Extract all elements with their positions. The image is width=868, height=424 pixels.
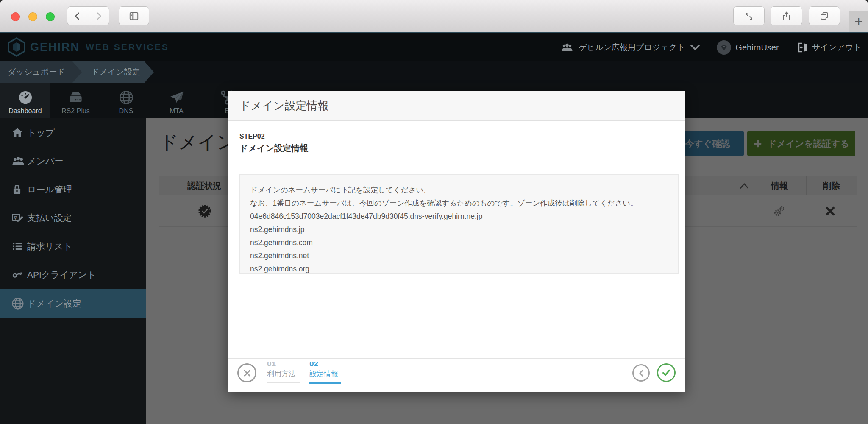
gauge-icon [17,89,33,106]
signout-button[interactable]: サインアウト [790,33,868,61]
modal-confirm-button[interactable] [657,363,676,382]
sidebar-item-domain-settings[interactable]: ドメイン設定 [0,289,146,318]
check-icon [662,368,671,377]
window-zoom-button[interactable] [46,12,55,21]
wizard-step-1[interactable]: 01 利用方法 [267,362,300,383]
avatar [717,40,731,55]
globe-icon [11,297,25,310]
tabs-icon [819,11,829,21]
sidebar-item-label: APIクライアント [27,269,96,281]
modal-header: ドメイン設定情報 [228,91,685,121]
app-header: GEHIRN WEB SERVICES ゲヒルン広報用プロジェクト Gehirn… [0,33,868,61]
close-x-icon [243,369,251,377]
svg-text:¥: ¥ [14,216,17,220]
sidebar-item-label: ロール管理 [27,184,72,195]
project-name: ゲヒルン広報用プロジェクト [579,42,685,53]
chevron-down-icon [690,45,700,50]
nav-button-group [67,6,109,25]
plus-icon: + [854,13,863,30]
breadcrumb-label: ドメイン設定 [91,67,140,78]
members-icon [11,156,25,167]
gehirn-hexagon-logo-icon [7,37,26,57]
brand-name: GEHIRN [30,41,80,54]
modal-close-button[interactable] [237,363,256,382]
signout-label: サインアウト [812,42,862,53]
step-label: 設定情報 [309,369,341,379]
brand-suffix: WEB SERVICES [86,42,169,52]
step-underline [309,382,341,384]
signout-icon [798,42,808,53]
chevron-right-icon [94,11,103,21]
lock-icon [11,183,25,196]
service-tab-mta[interactable]: MTA [151,83,202,118]
project-switcher[interactable]: ゲヒルン広報用プロジェクト [555,33,705,61]
sidebar-item-label: トップ [27,127,54,139]
service-label: MTA [170,107,184,115]
user-menu[interactable]: GehirnUser [705,33,790,61]
modal-step-title: ドメイン設定情報 [239,142,308,154]
sidebar: トップ メンバー ロール管理 ¥ 支払い設定 請求リスト [0,118,146,424]
step-label: 利用方法 [267,369,300,379]
sidebar-toggle-button[interactable] [119,6,149,25]
domain-settings-modal: ドメイン設定情報 STEP02 ドメイン設定情報 ドメインのネームサーバに下記を… [228,91,685,392]
modal-step-label: STEP02 [239,133,265,140]
chevron-left-icon [638,369,645,377]
user-name: GehirnUser [735,43,779,53]
window-minimize-button[interactable] [28,12,37,21]
back-button[interactable] [67,6,88,25]
step-number: 02 [309,362,341,368]
brand-logo[interactable]: GEHIRN WEB SERVICES [7,37,169,57]
modal-back-button[interactable] [632,364,650,382]
sidebar-item-label: メンバー [27,155,63,167]
breadcrumb-item-domain-settings[interactable]: ドメイン設定 [72,61,154,83]
modal-title: ドメイン設定情報 [239,91,328,120]
globe-icon [118,89,134,106]
new-tab-button[interactable]: + [849,11,868,32]
share-icon [782,11,792,21]
modal-footer: 01 利用方法 02 設定情報 [228,358,685,392]
sidebar-item-top[interactable]: トップ [0,119,146,147]
home-icon [11,127,25,139]
breadcrumb-label: ダッシュボード [8,67,65,78]
service-tab-dashboard[interactable]: Dashboard [0,83,50,118]
window-close-button[interactable] [11,12,20,21]
step-number: 01 [267,362,300,368]
people-icon [561,42,573,53]
step-underline [267,382,300,383]
nameserver-info-box: ドメインのネームサーバに下記を設定してください。 なお、1番目のネームサーバは、… [239,174,679,274]
sidebar-divider [3,321,143,321]
key-icon [11,269,25,280]
sidebar-item-payment[interactable]: ¥ 支払い設定 [0,204,146,232]
paper-plane-icon [168,89,185,106]
forward-button[interactable] [88,6,109,25]
breadcrumb: ダッシュボード ドメイン設定 [0,61,868,83]
service-label: Dashboard [8,107,42,115]
tab-overview-button[interactable] [809,6,840,25]
sidebar-item-members[interactable]: メンバー [0,147,146,175]
service-tab-dns[interactable]: DNS [101,83,151,118]
app-window: + GEHIRN WEB SERVICES ゲヒルン広報用プロジェクト Ge [0,0,868,424]
service-tab-rs2plus[interactable]: RS2 Plus [50,83,101,118]
sidebar-item-label: 請求リスト [27,240,72,252]
sidebar-item-api-clients[interactable]: APIクライアント [0,261,146,289]
service-label: RS2 Plus [61,107,90,115]
macos-toolbar: + [0,0,868,32]
sidebar-item-label: ドメイン設定 [27,298,81,310]
share-button[interactable] [771,6,802,25]
sidebar-toggle-icon [128,11,139,22]
sidebar-item-label: 支払い設定 [27,212,72,224]
sidebar-item-roles[interactable]: ロール管理 [0,176,146,204]
server-icon [67,89,84,106]
sidebar-item-invoices[interactable]: 請求リスト [0,232,146,260]
list-icon [11,241,25,252]
fullscreen-button[interactable] [733,6,765,25]
wizard-step-2-active[interactable]: 02 設定情報 [309,362,341,384]
payment-settings-icon: ¥ [11,212,25,224]
fullscreen-icon [744,11,754,21]
chevron-left-icon [73,11,82,21]
service-label: DNS [119,107,134,115]
breadcrumb-item-dashboard[interactable]: ダッシュボード [0,61,82,83]
